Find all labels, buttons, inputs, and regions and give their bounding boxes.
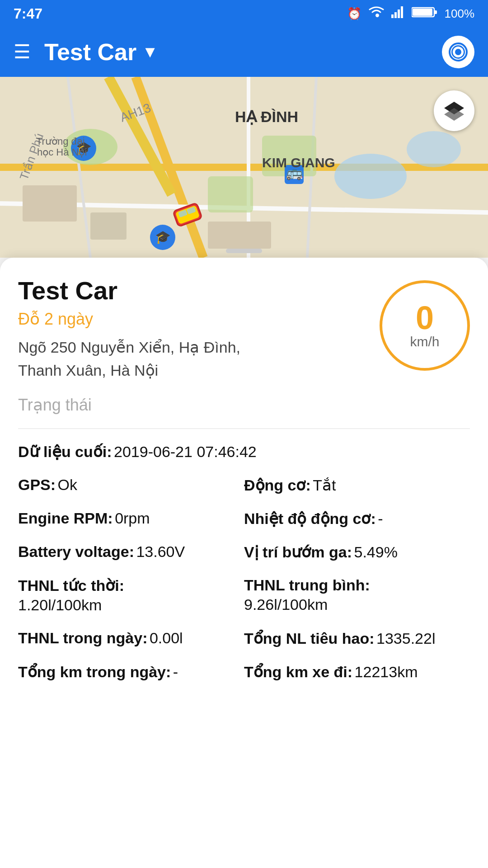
pull-handle[interactable] — [226, 249, 262, 253]
battery-label: Battery voltage: — [18, 543, 134, 560]
app-title-text: Test Car — [44, 38, 136, 66]
svg-rect-18 — [208, 176, 253, 212]
menu-button[interactable]: ☰ — [14, 42, 31, 61]
svg-rect-2 — [398, 9, 400, 18]
throttle-col: Vị trí bướm ga: 5.49% — [244, 543, 470, 561]
engine-value: Tắt — [313, 476, 336, 494]
throttle-label: Vị trí bướm ga: — [244, 543, 352, 561]
svg-rect-3 — [401, 6, 403, 18]
location-icon — [449, 42, 468, 61]
status-time: 7:47 — [14, 5, 42, 22]
status-icons: ⏰ 100% — [347, 6, 475, 22]
thnl-instant-col: THNL tức thời: 1.20l/100km — [18, 576, 244, 614]
speed-circle: 0 km/h — [380, 280, 470, 371]
thnl-day-label: THNL trong ngày: — [18, 629, 147, 646]
speed-unit: km/h — [410, 334, 439, 349]
svg-text:🎓: 🎓 — [155, 230, 171, 245]
signal-icon — [391, 6, 405, 21]
engine-label: Động cơ: — [244, 476, 311, 494]
km-day-value: - — [173, 663, 178, 680]
vehicle-status: Đỗ 2 ngày — [18, 310, 371, 329]
km-row: Tổng km trong ngày: - Tổng km xe đi: 122… — [18, 663, 470, 681]
vehicle-info: Test Car Đỗ 2 ngày Ngõ 250 Nguyễn Xiển, … — [18, 276, 371, 382]
total-fuel-label: Tổng NL tiêu hao: — [244, 630, 375, 647]
engine-col: Động cơ: Tắt — [244, 476, 470, 494]
bottom-panel: Test Car Đỗ 2 ngày Ngõ 250 Nguyễn Xiển, … — [0, 258, 488, 868]
location-button[interactable] — [442, 36, 474, 68]
battery-icon — [412, 6, 438, 22]
speed-value: 0 — [416, 302, 434, 334]
thnl-instant-label: THNL tức thời: — [18, 576, 244, 594]
app-title[interactable]: Test Car ▼ — [44, 38, 442, 66]
thnl-day-total-row: THNL trong ngày: 0.00l Tổng NL tiêu hao:… — [18, 629, 470, 647]
top-bar: ☰ Test Car ▼ — [0, 27, 488, 77]
battery-col: Battery voltage: 13.60V — [18, 543, 244, 561]
alarm-icon: ⏰ — [347, 7, 361, 21]
thnl-instant-value: 1.20l/100km — [18, 596, 244, 614]
last-data-value: 2019-06-21 07:46:42 — [114, 443, 257, 460]
rpm-label: Engine RPM: — [18, 509, 113, 527]
thnl-avg-col: THNL trung bình: 9.26l/100km — [244, 576, 470, 614]
thnl-day-value: 0.00l — [150, 629, 183, 646]
battery-value: 13.60V — [136, 543, 185, 560]
battery-percent: 100% — [445, 7, 475, 21]
status-bar: 7:47 ⏰ — [0, 0, 488, 27]
svg-rect-1 — [394, 12, 397, 18]
last-data-row: Dữ liệu cuối: 2019-06-21 07:46:42 — [18, 443, 470, 461]
map-view[interactable]: AH13 Trần Phú 🎓 🎓 🚌 HẠ ĐÌNH KIM GIANG Tr… — [0, 77, 488, 258]
svg-rect-24 — [208, 222, 271, 249]
svg-rect-22 — [23, 185, 77, 222]
total-fuel-value: 1335.22l — [376, 630, 435, 647]
svg-rect-5 — [413, 9, 432, 16]
vehicle-address: Ngõ 250 Nguyễn Xiển, Hạ Đình, Thanh Xuân… — [18, 336, 271, 382]
gps-col: GPS: Ok — [18, 476, 244, 494]
thnl-row: THNL tức thời: 1.20l/100km THNL trung bì… — [18, 576, 470, 614]
svg-marker-43 — [444, 108, 464, 121]
last-data-label: Dữ liệu cuối: — [18, 443, 112, 460]
svg-text:KIM GIANG: KIM GIANG — [262, 155, 335, 170]
engine-temp-value: - — [378, 510, 383, 527]
total-fuel-col: Tổng NL tiêu hao: 1335.22l — [244, 629, 470, 647]
battery-throttle-row: Battery voltage: 13.60V Vị trí bướm ga: … — [18, 543, 470, 561]
vehicle-header: Test Car Đỗ 2 ngày Ngõ 250 Nguyễn Xiển, … — [18, 276, 470, 382]
gps-label: GPS: — [18, 476, 56, 493]
km-day-label: Tổng km trong ngày: — [18, 663, 171, 680]
svg-text:học Hà Nội: học Hà Nội — [37, 146, 87, 158]
dropdown-arrow-icon: ▼ — [142, 42, 158, 61]
svg-rect-0 — [391, 14, 394, 18]
throttle-value: 5.49% — [354, 543, 397, 561]
total-km-label: Tổng km xe đi: — [244, 663, 352, 680]
thnl-avg-value: 9.26l/100km — [244, 596, 470, 613]
engine-temp-label: Nhiệt độ động cơ: — [244, 510, 376, 527]
svg-point-21 — [407, 131, 461, 167]
data-section: Dữ liệu cuối: 2019-06-21 07:46:42 GPS: O… — [18, 438, 470, 681]
gps-value: Ok — [58, 476, 77, 493]
svg-text:Trường đại: Trường đại — [36, 136, 85, 147]
thnl-day-col: THNL trong ngày: 0.00l — [18, 629, 244, 647]
status-label-text: Trạng thái — [18, 396, 470, 415]
svg-text:HẠ ĐÌNH: HẠ ĐÌNH — [235, 108, 298, 125]
map-layer-button[interactable] — [434, 90, 474, 131]
svg-rect-23 — [90, 212, 127, 240]
rpm-col: Engine RPM: 0rpm — [18, 509, 244, 528]
rpm-value: 0rpm — [115, 509, 150, 527]
total-km-col: Tổng km xe đi: 12213km — [244, 663, 470, 681]
gps-engine-row: GPS: Ok Động cơ: Tắt — [18, 476, 470, 494]
svg-point-20 — [334, 154, 407, 199]
engine-temp-col: Nhiệt độ động cơ: - — [244, 509, 470, 528]
vehicle-name: Test Car — [18, 276, 371, 305]
divider-1 — [18, 428, 470, 429]
svg-rect-6 — [434, 10, 437, 14]
wifi-icon — [368, 6, 385, 21]
total-km-value: 12213km — [355, 663, 418, 680]
rpm-temp-row: Engine RPM: 0rpm Nhiệt độ động cơ: - — [18, 509, 470, 528]
thnl-avg-label: THNL trung bình: — [244, 576, 470, 594]
km-day-col: Tổng km trong ngày: - — [18, 663, 244, 681]
